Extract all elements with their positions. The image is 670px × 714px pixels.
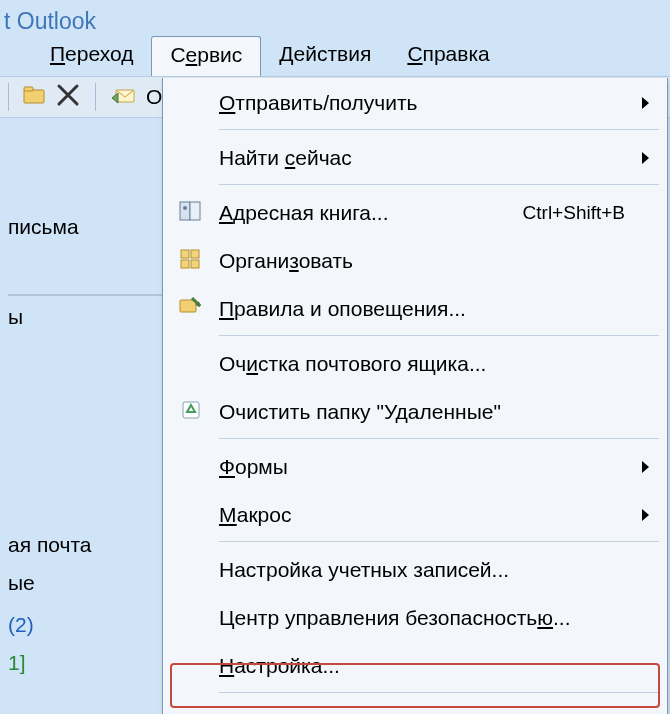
menu-account-settings[interactable]: Настройка учетных записей... <box>163 545 667 593</box>
service-menu-dropdown: Отправить/получить Найти сейчас Адресная… <box>162 78 668 714</box>
delete-x-icon[interactable] <box>55 82 81 113</box>
reply-icon[interactable] <box>110 84 138 111</box>
svg-rect-10 <box>180 300 196 312</box>
submenu-arrow-icon <box>642 152 649 164</box>
menu-empty-deleted[interactable]: Очистить папку "Удаленные" <box>163 387 667 435</box>
menu-address-book[interactable]: Адресная книга... Ctrl+Shift+B <box>163 188 667 236</box>
sidepane-divider <box>8 294 168 296</box>
menu-separator <box>219 129 659 130</box>
svg-point-5 <box>183 206 187 210</box>
svg-rect-4 <box>190 202 200 220</box>
window-title-fragment: t Outlook <box>0 0 670 36</box>
submenu-arrow-icon <box>642 509 649 521</box>
svg-rect-0 <box>24 90 44 103</box>
toolbar-separator <box>95 83 96 111</box>
menubar-label: Переход <box>50 42 133 65</box>
menubar-label: Сервис <box>170 43 242 66</box>
svg-rect-7 <box>191 250 199 258</box>
menu-send-receive[interactable]: Отправить/получить <box>163 78 667 126</box>
menu-find-now[interactable]: Найти сейчас <box>163 133 667 181</box>
menu-separator <box>219 184 659 185</box>
menubar-service[interactable]: Сервис <box>151 36 261 76</box>
menu-trust-center[interactable]: Центр управления безопасностью... <box>163 593 667 641</box>
menu-organize[interactable]: Организовать <box>163 236 667 284</box>
menubar-label: Действия <box>279 42 371 65</box>
organize-icon <box>179 248 203 275</box>
menu-bar: Переход Сервис Действия Справка <box>0 36 670 76</box>
menu-rules-alerts[interactable]: Правила и оповещения... <box>163 284 667 332</box>
svg-rect-9 <box>191 260 199 268</box>
toolbar-separator <box>8 83 9 111</box>
svg-rect-3 <box>180 202 190 220</box>
folder-icon[interactable] <box>23 85 47 110</box>
submenu-arrow-icon <box>642 461 649 473</box>
submenu-arrow-icon <box>642 97 649 109</box>
menubar-go[interactable]: Переход <box>32 36 151 76</box>
recycle-icon <box>180 399 202 426</box>
menu-separator <box>219 335 659 336</box>
svg-rect-6 <box>181 250 189 258</box>
address-book-icon <box>178 200 204 227</box>
menu-forms[interactable]: Формы <box>163 442 667 490</box>
menu-separator <box>219 438 659 439</box>
menu-mailbox-cleanup[interactable]: Очистка почтового ящика... <box>163 339 667 387</box>
menu-options[interactable]: Параметры... <box>163 696 667 714</box>
menu-shortcut: Ctrl+Shift+B <box>523 202 667 224</box>
menu-separator <box>219 541 659 542</box>
svg-rect-1 <box>24 87 33 91</box>
menubar-label: Справка <box>407 42 489 65</box>
svg-rect-8 <box>181 260 189 268</box>
menubar-help[interactable]: Справка <box>389 36 507 76</box>
menu-separator <box>219 692 659 693</box>
menu-macros[interactable]: Макрос <box>163 490 667 538</box>
menu-customize[interactable]: Настройка... <box>163 641 667 689</box>
menubar-actions[interactable]: Действия <box>261 36 389 76</box>
toolbar-reply-text: О <box>146 85 162 109</box>
rules-icon <box>178 296 204 323</box>
